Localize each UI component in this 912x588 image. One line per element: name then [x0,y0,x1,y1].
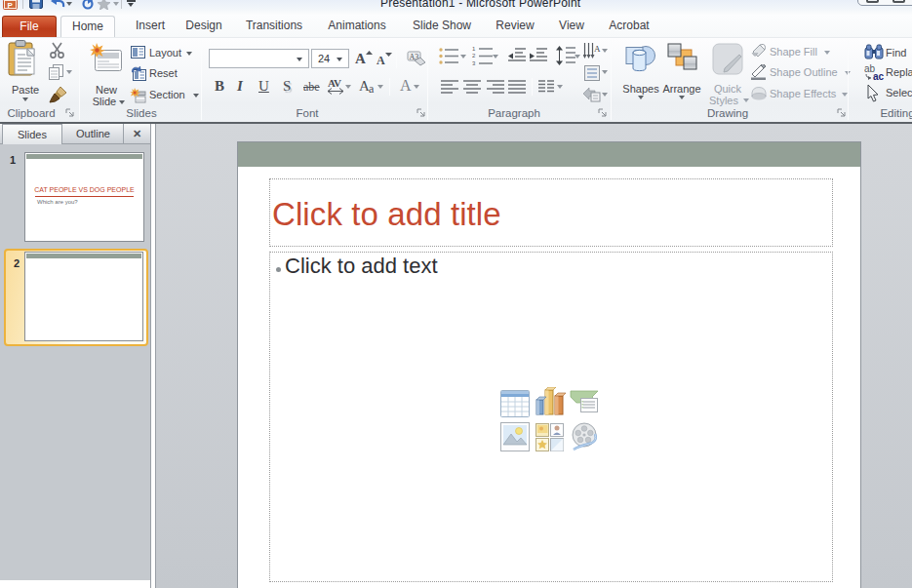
svg-text:3: 3 [472,60,476,66]
svg-text:2: 2 [472,53,476,59]
svg-text:P: P [8,1,14,10]
svg-text:A: A [594,44,601,54]
svg-text:ac: ac [873,71,885,81]
svg-text:1: 1 [472,46,476,52]
